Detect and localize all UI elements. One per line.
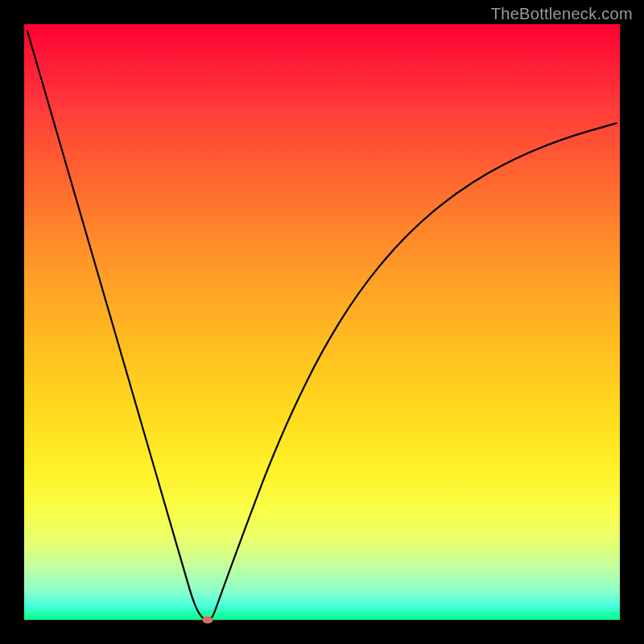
chart-frame: TheBottleneck.com xyxy=(0,0,644,644)
plot-area xyxy=(24,24,620,620)
bottleneck-curve xyxy=(27,30,617,620)
watermark-text: TheBottleneck.com xyxy=(491,5,633,23)
chart-svg xyxy=(24,24,620,620)
optimum-point-marker xyxy=(202,617,213,624)
